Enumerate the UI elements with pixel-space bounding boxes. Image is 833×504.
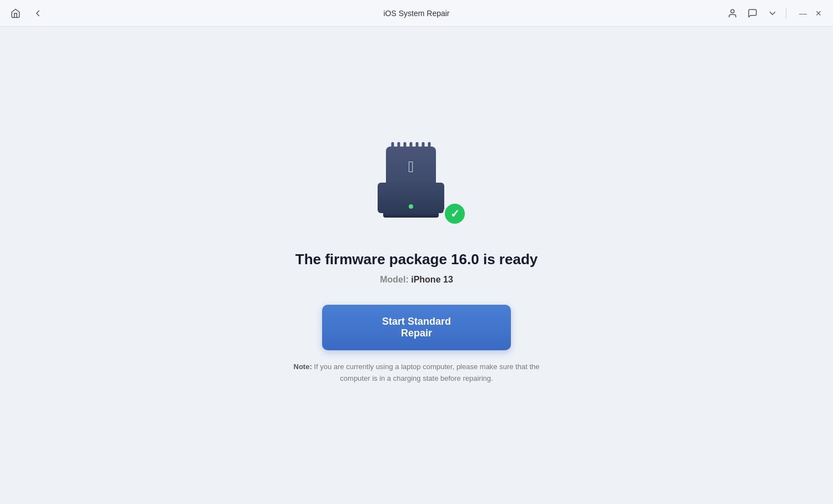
account-icon[interactable]: [726, 7, 739, 20]
checkmark-icon: ✓: [450, 208, 460, 219]
apple-logo-icon: : [408, 159, 414, 175]
title-bar-separator: [786, 8, 786, 19]
chat-icon[interactable]: [746, 7, 759, 20]
firmware-title: The firmware package 16.0 is ready: [295, 251, 538, 268]
model-info: Model: iPhone 13: [380, 275, 453, 285]
firmware-icon:  ✓: [367, 147, 466, 235]
title-bar-right: — ✕: [726, 7, 824, 20]
chevron-down-icon[interactable]: [766, 7, 779, 20]
minimize-button[interactable]: —: [797, 8, 809, 19]
svg-point-0: [731, 9, 734, 13]
note-text: Note: If you are currently using a lapto…: [278, 361, 555, 385]
content-container:  ✓ The firmware package 16.0 is ready M…: [278, 147, 555, 385]
chip-body: [378, 183, 444, 213]
title-bar: iOS System Repair — ✕: [0, 0, 833, 27]
close-button[interactable]: ✕: [813, 8, 824, 19]
check-badge: ✓: [443, 202, 466, 225]
home-icon[interactable]: [9, 7, 22, 20]
chip-led: [409, 204, 413, 209]
chip-top: : [386, 147, 436, 188]
window-controls: — ✕: [797, 8, 824, 19]
chip-illustration: : [367, 147, 455, 224]
note-content: If you are currently using a laptop comp…: [314, 362, 539, 382]
title-bar-left: [9, 7, 44, 20]
model-label: Model:: [380, 275, 409, 284]
note-label: Note:: [294, 362, 312, 371]
model-value: iPhone 13: [411, 275, 453, 284]
app-title: iOS System Repair: [383, 9, 449, 18]
start-standard-repair-button[interactable]: Start Standard Repair: [322, 305, 511, 350]
back-icon[interactable]: [31, 7, 44, 20]
main-content:  ✓ The firmware package 16.0 is ready M…: [0, 27, 833, 504]
